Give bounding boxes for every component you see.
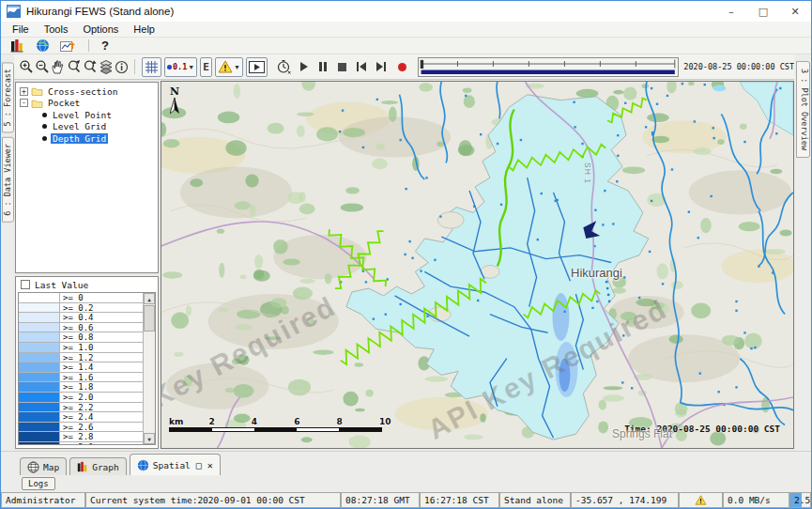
bar-chart-icon [77, 461, 88, 472]
legend-row-label: >= 0.6 [60, 323, 143, 332]
grid-display-button[interactable] [142, 57, 161, 77]
vegetation-patch [603, 386, 622, 390]
hill-shading [689, 170, 791, 214]
vegetation-patch [647, 114, 669, 122]
longitudinal-profile-button[interactable]: E [200, 57, 212, 77]
vegetation-patch [235, 201, 252, 209]
tab-map[interactable]: Map [20, 457, 67, 475]
tree-item-level-grid[interactable]: Level Grid [16, 121, 158, 133]
step-back-button[interactable] [354, 57, 369, 77]
tab-spatial[interactable]: Spatial □ ✕ [130, 454, 221, 475]
legend-row: >= 1.8 [19, 382, 143, 393]
status-memory: 2.5 GB [789, 492, 811, 508]
place-label-town: Hikurangi [571, 266, 622, 280]
interval-dropdown[interactable]: 0.1 ▼ [164, 57, 197, 77]
vegetation-patch [313, 350, 333, 355]
gauge-dot [631, 387, 633, 389]
legend-color-swatch [19, 332, 60, 342]
zoom-next-button[interactable] [83, 57, 98, 77]
timeline-slider[interactable] [418, 57, 679, 77]
tab-graph[interactable]: Graph [69, 457, 127, 475]
gauge-dot [385, 314, 387, 316]
tab-restore-icon[interactable]: □ [196, 460, 202, 470]
zoom-in-button[interactable] [19, 57, 34, 77]
zoom-previous-button[interactable] [67, 57, 82, 77]
minimize-button[interactable]: – [715, 1, 747, 22]
pan-button[interactable] [51, 57, 66, 77]
gauge-dot [563, 311, 565, 313]
tree-item-level-point[interactable]: Level Point [16, 109, 158, 121]
close-button[interactable]: ✕ [779, 1, 811, 22]
step-forward-button[interactable] [374, 57, 389, 77]
tab-forecast[interactable]: 5 : Forecast [2, 62, 14, 132]
data-viewer-panel: +Cross-section-PocketLevel PointLevel Gr… [14, 80, 161, 451]
vegetation-patch [419, 83, 433, 91]
map-view[interactable]: API Key Required API Key Required N km 2… [161, 81, 794, 449]
vegetation-patch [636, 299, 657, 306]
menu-file[interactable]: File [5, 23, 37, 36]
interval-dot-icon [167, 65, 172, 69]
stop-button[interactable] [335, 57, 350, 77]
vegetation-patch [381, 100, 398, 104]
vegetation-patch [163, 139, 180, 147]
scalebar-bar [169, 427, 382, 432]
menu-bar: File Tools Options Help [1, 22, 811, 38]
tree-expander-icon[interactable]: + [20, 87, 28, 96]
vegetation-patch [299, 203, 315, 214]
info-button[interactable] [115, 57, 130, 77]
tab-plot-overview[interactable]: 3 : Plot Overview [796, 61, 810, 158]
gauge-dot [717, 391, 719, 393]
selection-dot [605, 281, 608, 284]
gauge-dot [704, 84, 706, 85]
vegetation-patch [722, 335, 740, 346]
legend-scrollbar[interactable]: ▲ ▼ [143, 293, 155, 444]
selection-dot [608, 300, 611, 302]
tab-close-icon[interactable]: ✕ [207, 460, 213, 470]
gauge-dot [651, 87, 652, 89]
chevron-down-icon: ▼ [188, 64, 194, 70]
gauge-dot [711, 195, 712, 197]
vegetation-patch [265, 336, 282, 340]
pause-button[interactable] [315, 57, 330, 77]
scrollbar-thumb[interactable] [144, 305, 155, 332]
logs-button[interactable]: Logs [22, 477, 55, 490]
tree-item-cross-section[interactable]: +Cross-section [16, 85, 158, 98]
play-button[interactable] [297, 57, 312, 77]
menu-tools[interactable]: Tools [37, 23, 76, 36]
legend-color-swatch [19, 432, 60, 441]
tree-expander-icon[interactable]: - [20, 99, 28, 107]
menu-options[interactable]: Options [75, 23, 126, 36]
maximize-button[interactable]: □ [747, 1, 779, 22]
legend-row-label: >= 2.4 [60, 412, 143, 422]
timeseries-display-button[interactable] [59, 36, 76, 55]
tree-item-depth-grid[interactable]: Depth Grid [16, 132, 158, 145]
map-display-button[interactable] [34, 36, 51, 55]
layers-button[interactable] [99, 57, 114, 77]
vegetation-patch [613, 90, 623, 95]
scroll-down-icon[interactable]: ▼ [144, 433, 155, 444]
last-value-checkbox[interactable] [21, 280, 30, 289]
vegetation-patch [688, 82, 695, 85]
data-display-button[interactable] [8, 36, 25, 55]
last-value-label: Last Value [35, 280, 88, 290]
legend-row-label: >= 2.2 [60, 403, 143, 412]
scroll-up-icon[interactable]: ▲ [144, 293, 155, 304]
menu-help[interactable]: Help [126, 23, 162, 36]
zoom-out-button[interactable] [35, 57, 50, 77]
timer-button[interactable] [276, 57, 291, 77]
status-network-rate: 0.0 MB/s [723, 492, 789, 508]
status-local-time: 16:27:18 CST [420, 492, 499, 508]
tree-item-pocket[interactable]: -Pocket [16, 98, 158, 110]
app-logo-icon [7, 5, 21, 18]
vegetation-patch [656, 263, 668, 279]
tab-data-viewer[interactable]: 6 : Data Viewer [2, 137, 14, 223]
status-warning-cell[interactable] [679, 492, 723, 508]
legend-row: >= 0.4 [19, 313, 143, 323]
vegetation-patch [234, 84, 241, 99]
animation-button[interactable] [246, 57, 268, 77]
thresholds-dropdown[interactable]: ▼ [215, 57, 243, 77]
toolbar-separator [88, 39, 89, 52]
vegetation-patch [651, 136, 669, 143]
record-button[interactable] [395, 57, 410, 77]
help-button[interactable]: ? [101, 39, 109, 53]
